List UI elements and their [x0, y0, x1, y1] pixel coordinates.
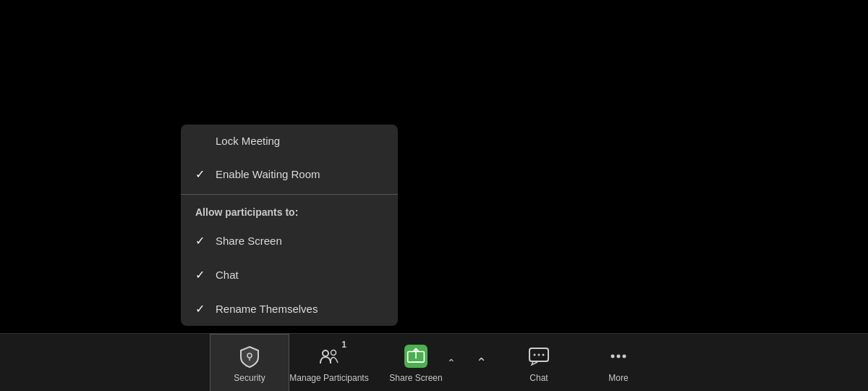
lock-meeting-item[interactable]: Lock Meeting [181, 125, 398, 157]
allow-participants-label: Allow participants to: [181, 198, 398, 224]
more-icon [607, 345, 630, 368]
allow-rename-item[interactable]: ✓ Rename Themselves [181, 292, 398, 326]
allow-chat-label: Chat [216, 269, 239, 281]
chevron-up-icon: ⌃ [476, 355, 487, 371]
lock-meeting-label: Lock Meeting [216, 135, 280, 147]
enable-waiting-room-item[interactable]: ✓ Enable Waiting Room [181, 157, 398, 191]
reactions-button[interactable]: ⌃ [463, 334, 499, 392]
chat-button[interactable]: Chat [499, 334, 579, 392]
manage-participants-button[interactable]: 1 Manage Participants [289, 334, 369, 392]
allow-share-screen-item[interactable]: ✓ Share Screen [181, 224, 398, 258]
svg-point-12 [623, 354, 626, 358]
menu-divider [181, 194, 398, 195]
enable-waiting-room-check: ✓ [195, 167, 208, 181]
more-label: More [608, 373, 628, 383]
chat-icon [527, 345, 550, 368]
security-button[interactable]: Security [210, 334, 289, 392]
security-icon-area [238, 342, 261, 370]
allow-rename-label: Rename Themselves [216, 303, 318, 315]
security-label: Security [234, 373, 265, 383]
svg-point-11 [617, 354, 621, 358]
svg-point-10 [611, 354, 615, 358]
allow-chat-item[interactable]: ✓ Chat [181, 258, 398, 292]
svg-point-8 [538, 353, 540, 356]
allow-chat-check: ✓ [195, 268, 208, 282]
enable-waiting-room-label: Enable Waiting Room [216, 168, 320, 180]
svg-point-3 [331, 350, 336, 355]
security-popup-menu: Lock Meeting ✓ Enable Waiting Room Allow… [181, 125, 398, 326]
share-screen-icon [404, 345, 427, 368]
participants-badge: 1 [341, 340, 346, 350]
chat-label: Chat [529, 373, 548, 383]
toolbar: Security 1 Manage Participants Share Scr… [0, 333, 868, 391]
more-button[interactable]: More [579, 334, 658, 392]
allow-share-screen-check: ✓ [195, 234, 208, 248]
more-icon-area [607, 342, 630, 370]
chat-icon-area [527, 342, 550, 370]
allow-share-screen-label: Share Screen [216, 235, 282, 247]
svg-point-7 [534, 353, 536, 356]
chevron-up-icon-area: ⌃ [476, 349, 487, 377]
svg-point-9 [542, 353, 545, 356]
participants-label: Manage Participants [289, 373, 368, 383]
share-screen-label: Share Screen [389, 373, 442, 383]
participants-icon [318, 345, 341, 368]
share-screen-chevron-icon[interactable]: ⌃ [447, 357, 456, 369]
participants-icon-area: 1 [318, 342, 341, 370]
share-screen-icon-area [404, 342, 427, 370]
allow-rename-check: ✓ [195, 302, 208, 316]
share-screen-button[interactable]: Share Screen ⌃ [369, 334, 463, 392]
svg-point-2 [323, 350, 328, 356]
security-icon [238, 345, 261, 368]
